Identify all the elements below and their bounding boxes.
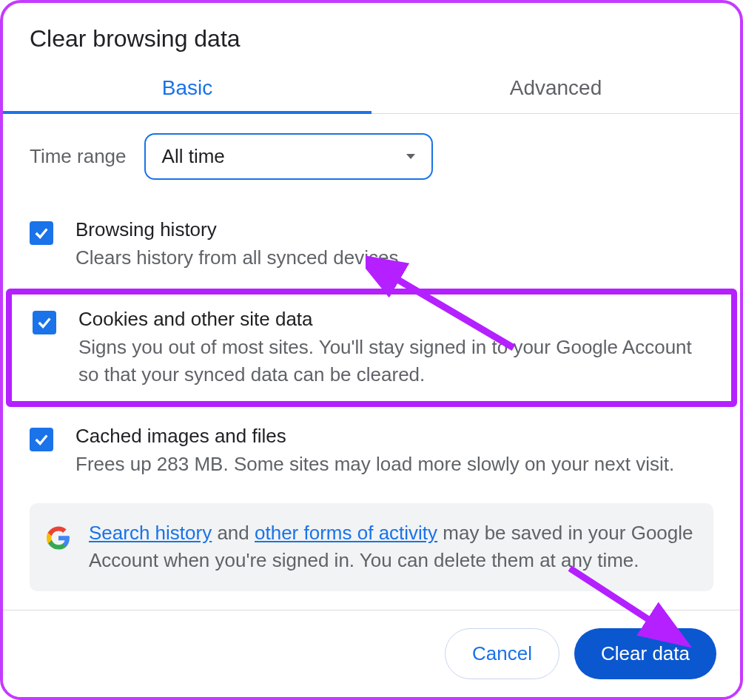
dialog-title: Clear browsing data — [3, 3, 740, 66]
option-title: Cached images and files — [75, 425, 674, 448]
time-range-select[interactable]: All time — [144, 133, 433, 180]
info-text: Search history and other forms of activi… — [89, 519, 694, 575]
option-cookies: Cookies and other site data Signs you ou… — [33, 308, 710, 388]
checkbox-browsing-history[interactable] — [30, 221, 53, 245]
google-icon — [46, 525, 71, 551]
cancel-button[interactable]: Cancel — [445, 628, 559, 679]
time-range-value: All time — [162, 145, 225, 168]
search-history-link[interactable]: Search history — [89, 522, 212, 544]
option-browsing-history: Browsing history Clears history from all… — [3, 203, 740, 286]
tabs: Basic Advanced — [3, 66, 740, 114]
chevron-down-icon — [406, 154, 415, 159]
dialog-body: Time range All time Browsing history Cle… — [3, 114, 740, 591]
option-cache: Cached images and files Frees up 283 MB.… — [3, 410, 740, 492]
other-activity-link[interactable]: other forms of activity — [255, 522, 437, 544]
option-title: Cookies and other site data — [78, 308, 710, 331]
option-title: Browsing history — [75, 218, 398, 241]
time-range-label: Time range — [30, 145, 127, 168]
option-desc: Signs you out of most sites. You'll stay… — [78, 334, 710, 388]
time-range-row: Time range All time — [3, 114, 740, 203]
annotation-highlight-cookies: Cookies and other site data Signs you ou… — [6, 289, 737, 407]
option-desc: Frees up 283 MB. Some sites may load mor… — [75, 451, 674, 477]
clear-browsing-data-dialog: Clear browsing data Basic Advanced Time … — [0, 0, 743, 700]
option-desc: Clears history from all synced devices — [75, 244, 398, 271]
google-account-info: Search history and other forms of activi… — [30, 503, 713, 591]
tab-advanced[interactable]: Advanced — [372, 66, 740, 113]
tab-basic[interactable]: Basic — [3, 66, 372, 113]
check-icon — [33, 225, 50, 241]
dialog-footer: Cancel Clear data — [3, 610, 740, 697]
check-icon — [33, 431, 50, 448]
checkbox-cache[interactable] — [30, 428, 53, 451]
check-icon — [36, 314, 53, 331]
clear-data-button[interactable]: Clear data — [574, 628, 716, 679]
checkbox-cookies[interactable] — [33, 311, 56, 334]
